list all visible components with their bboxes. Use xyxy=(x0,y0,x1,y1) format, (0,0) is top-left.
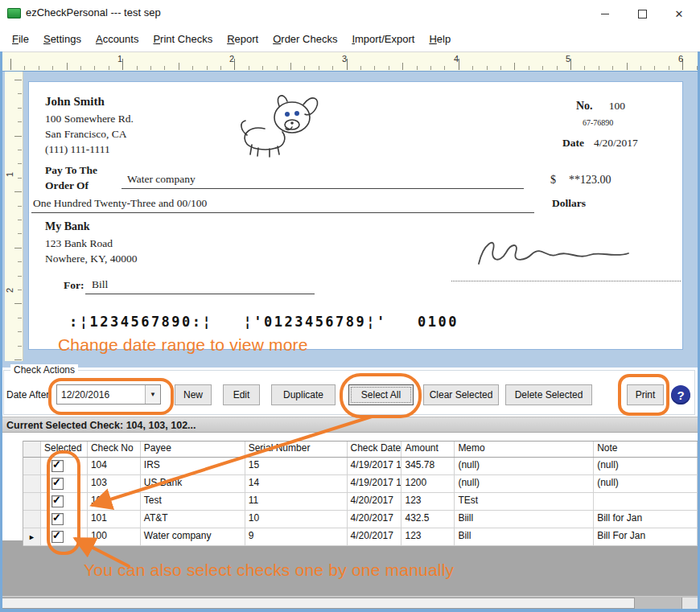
table-row[interactable]: ►100Water company94/20/2017123BillBill F… xyxy=(23,528,698,546)
row-checkbox[interactable] xyxy=(51,513,64,525)
row-selector-header xyxy=(23,442,41,457)
check-date-cell: 4/20/2017 xyxy=(348,493,402,510)
duplicate-button[interactable]: Duplicate xyxy=(271,384,336,405)
maximize-button[interactable] xyxy=(624,0,661,27)
row-selector[interactable] xyxy=(23,475,41,492)
col-header-check-date[interactable]: Check Date xyxy=(348,442,402,457)
selected-cell xyxy=(41,493,88,510)
menu-bar: File Settings Accounts Print Checks Repo… xyxy=(0,27,700,51)
payee-cell: Water company xyxy=(141,528,245,545)
row-selector[interactable] xyxy=(23,458,41,474)
table-row[interactable]: 104IRS154/19/2017 1345.78(null)(null) xyxy=(23,458,698,475)
serial-number-cell: 14 xyxy=(245,475,348,492)
menu-report[interactable]: Report xyxy=(220,27,266,51)
new-button[interactable]: New xyxy=(175,384,212,405)
ruler-mark: 4 xyxy=(454,54,459,64)
window-border-bottom xyxy=(0,609,700,612)
row-selector[interactable] xyxy=(23,493,41,510)
horizontal-ruler: 1 2 3 4 5 6 xyxy=(0,51,700,72)
check-date-cell: 4/20/2017 xyxy=(348,511,402,528)
annotation-select-manually: You can also select checks one by one ma… xyxy=(84,561,454,580)
amount-cell: 123 xyxy=(401,493,455,510)
row-checkbox[interactable] xyxy=(51,478,64,490)
col-header-selected[interactable]: Selected xyxy=(41,442,88,457)
menu-settings[interactable]: Settings xyxy=(36,27,89,51)
print-button[interactable]: Print xyxy=(627,384,664,405)
row-checkbox[interactable] xyxy=(51,495,64,507)
date-after-value: 12/20/2016 xyxy=(57,389,145,400)
note-cell: Bill For Jan xyxy=(594,528,698,545)
payee-cell: AT&T xyxy=(141,511,245,528)
ruler-mark: 5 xyxy=(566,54,570,64)
payer-address2: San Francisco, CA xyxy=(45,128,127,141)
edit-button[interactable]: Edit xyxy=(223,384,260,405)
serial-number-cell: 15 xyxy=(245,458,348,474)
select-all-button[interactable]: Select All xyxy=(348,384,414,405)
col-header-note[interactable]: Note xyxy=(594,442,698,457)
delete-selected-button[interactable]: Delete Selected xyxy=(505,384,592,405)
check-number: 100 xyxy=(609,100,625,112)
check-preview-area: 1 2 John Smith 100 Somewhere Rd. San Fra… xyxy=(0,71,700,368)
menu-file[interactable]: File xyxy=(5,27,36,51)
help-button[interactable]: ? xyxy=(671,385,690,405)
ruler-mark: 1 xyxy=(117,54,122,64)
amount-numeric: **123.00 xyxy=(569,174,611,186)
col-header-payee[interactable]: Payee xyxy=(141,442,245,457)
check-no-cell: 102 xyxy=(88,493,141,510)
selected-cell xyxy=(41,475,88,492)
selected-cell xyxy=(41,528,88,545)
table-row[interactable]: 101AT&T104/20/2017432.5BiillBill for Jan xyxy=(23,511,698,528)
menu-accounts[interactable]: Accounts xyxy=(89,27,146,51)
close-icon: ✕ xyxy=(675,9,684,19)
menu-import-export[interactable]: Import/Export xyxy=(344,27,422,51)
title-bar: ezCheckPersonal --- test sep ✕ xyxy=(0,0,700,28)
window-border-left xyxy=(0,51,2,612)
current-selected-info: Current Selected Check: 104, 103, 102... xyxy=(0,417,700,433)
window-title: ezCheckPersonal --- test sep xyxy=(26,6,161,18)
memo-cell: (null) xyxy=(455,475,594,492)
fraction-code: 67-76890 xyxy=(583,118,613,127)
micr-line: :¦1234567890:¦ ¦'0123456789¦' 0100 xyxy=(69,314,459,330)
serial-number-cell: 11 xyxy=(245,493,348,510)
amount-cell: 432.5 xyxy=(401,511,455,528)
note-cell xyxy=(594,493,698,510)
row-selector[interactable]: ► xyxy=(23,528,41,545)
check-date-cell: 4/20/2017 xyxy=(348,528,402,545)
col-header-serial-number[interactable]: Serial Number xyxy=(245,442,348,457)
chevron-down-icon[interactable]: ▼ xyxy=(145,385,160,404)
payee-cell: Test xyxy=(141,493,245,510)
table-row[interactable]: 103US Bank144/19/2017 11200(null)(null) xyxy=(23,475,698,493)
col-header-memo[interactable]: Memo xyxy=(455,442,594,457)
dog-doodle-image xyxy=(234,87,331,162)
for-label: For: xyxy=(64,279,84,292)
ruler-mark: 1 xyxy=(5,172,14,177)
selected-cell xyxy=(41,511,88,528)
menu-print-checks[interactable]: Print Checks xyxy=(146,27,220,51)
row-selector[interactable] xyxy=(23,511,41,528)
bank-address2: Nowhere, KY, 40000 xyxy=(45,253,138,265)
menu-help[interactable]: Help xyxy=(422,27,458,51)
memo-text: Bill xyxy=(92,278,108,291)
close-button[interactable]: ✕ xyxy=(661,0,698,27)
vertical-ruler: 1 2 xyxy=(5,72,23,361)
payee-cell: IRS xyxy=(141,458,245,474)
clear-selected-button[interactable]: Clear Selected xyxy=(423,384,499,405)
memo-cell: TEst xyxy=(455,493,594,510)
serial-number-cell: 9 xyxy=(245,528,348,545)
note-cell: Bill for Jan xyxy=(594,511,698,528)
minimize-button[interactable] xyxy=(587,0,624,27)
menu-order-checks[interactable]: Order Checks xyxy=(266,27,344,51)
col-header-check-no[interactable]: Check No xyxy=(88,442,141,457)
payee-name: Water company xyxy=(127,173,196,186)
memo-cell: (null) xyxy=(455,458,594,474)
note-cell: (null) xyxy=(594,458,698,474)
table-row[interactable]: 102Test114/20/2017123TEst xyxy=(23,493,698,511)
date-after-label: Date After: xyxy=(6,389,52,400)
note-cell: (null) xyxy=(594,475,698,492)
row-checkbox[interactable] xyxy=(51,460,64,472)
date-after-combobox[interactable]: 12/20/2016 ▼ xyxy=(56,384,161,405)
col-header-amount[interactable]: Amount xyxy=(401,442,455,457)
amount-cell: 123 xyxy=(401,528,455,545)
row-checkbox[interactable] xyxy=(51,531,64,543)
scrollbar-thumb[interactable] xyxy=(1,598,635,609)
